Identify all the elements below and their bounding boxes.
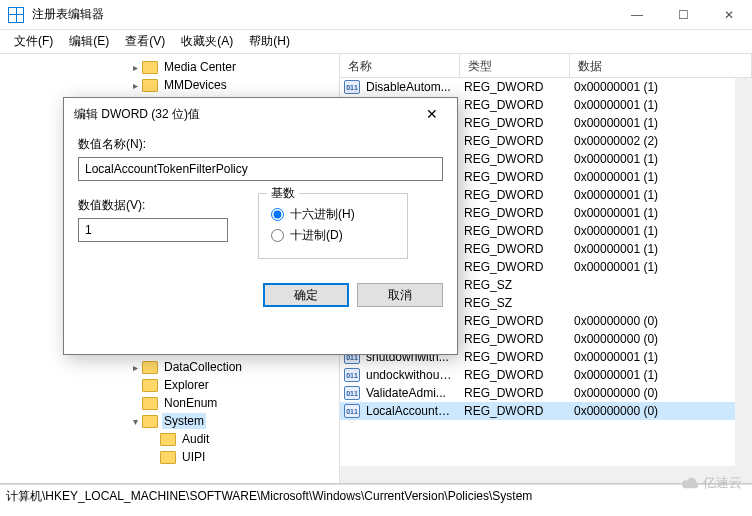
cell-type: REG_DWORD <box>458 224 568 238</box>
cell-type: REG_DWORD <box>458 260 568 274</box>
cell-data: 0x00000001 (1) <box>568 242 735 256</box>
col-header-name[interactable]: 名称 <box>340 54 460 77</box>
cell-type: REG_DWORD <box>458 116 568 130</box>
tree-label: Media Center <box>162 59 238 75</box>
cell-name: DisableAutom... <box>360 80 458 94</box>
cell-data: 0x00000001 (1) <box>568 368 735 382</box>
tree-node[interactable]: ▸DataCollection <box>0 358 339 376</box>
chevron-icon[interactable]: ▸ <box>128 62 142 73</box>
menu-file[interactable]: 文件(F) <box>6 30 61 53</box>
menu-favorites[interactable]: 收藏夹(A) <box>173 30 241 53</box>
tree-label: Audit <box>180 431 211 447</box>
minimize-button[interactable]: — <box>614 0 660 30</box>
folder-icon <box>142 361 158 374</box>
watermark: 亿速云 <box>679 474 742 492</box>
list-row[interactable]: 011LocalAccountT...REG_DWORD0x00000000 (… <box>340 402 735 420</box>
menu-view[interactable]: 查看(V) <box>117 30 173 53</box>
statusbar: 计算机\HKEY_LOCAL_MACHINE\SOFTWARE\Microsof… <box>0 484 752 506</box>
dialog-close-button[interactable]: ✕ <box>417 106 447 122</box>
tree-label: MMDevices <box>162 77 229 93</box>
radix-dec-option[interactable]: 十进制(D) <box>271 227 395 244</box>
folder-icon <box>142 415 158 428</box>
menubar: 文件(F) 编辑(E) 查看(V) 收藏夹(A) 帮助(H) <box>0 30 752 54</box>
chevron-icon[interactable]: ▸ <box>128 80 142 91</box>
tree-node[interactable]: ▸Media Center <box>0 58 339 76</box>
cell-data: 0x00000001 (1) <box>568 80 735 94</box>
window-titlebar: 注册表编辑器 — ☐ ✕ <box>0 0 752 30</box>
cell-data: 0x00000001 (1) <box>568 152 735 166</box>
value-data-input[interactable] <box>78 218 228 242</box>
vertical-scrollbar[interactable] <box>735 78 752 466</box>
cell-data: 0x00000001 (1) <box>568 260 735 274</box>
cell-type: REG_DWORD <box>458 332 568 346</box>
cell-name: undockwithout... <box>360 368 458 382</box>
cell-type: REG_DWORD <box>458 350 568 364</box>
radix-hex-option[interactable]: 十六进制(H) <box>271 206 395 223</box>
tree-node[interactable]: ▸MMDevices <box>0 76 339 94</box>
chevron-icon[interactable]: ▾ <box>128 416 142 427</box>
edit-dword-dialog: 编辑 DWORD (32 位)值 ✕ 数值名称(N): 数值数据(V): 基数 … <box>63 97 458 355</box>
ok-button[interactable]: 确定 <box>263 283 349 307</box>
cell-type: REG_DWORD <box>458 368 568 382</box>
cell-data: 0x00000002 (2) <box>568 134 735 148</box>
cell-type: REG_DWORD <box>458 386 568 400</box>
tree-label: System <box>162 413 206 429</box>
cell-data: 0x00000001 (1) <box>568 170 735 184</box>
tree-node[interactable]: Audit <box>0 430 339 448</box>
list-row[interactable]: 011DisableAutom...REG_DWORD0x00000001 (1… <box>340 78 735 96</box>
dword-value-icon: 011 <box>344 386 360 400</box>
cell-data: 0x00000001 (1) <box>568 206 735 220</box>
list-header: 名称 类型 数据 <box>340 54 752 78</box>
col-header-data[interactable]: 数据 <box>570 54 752 77</box>
maximize-button[interactable]: ☐ <box>660 0 706 30</box>
value-name-input[interactable] <box>78 157 443 181</box>
list-row[interactable]: 011ValidateAdmi...REG_DWORD0x00000000 (0… <box>340 384 735 402</box>
menu-edit[interactable]: 编辑(E) <box>61 30 117 53</box>
cell-type: REG_DWORD <box>458 314 568 328</box>
cell-data: 0x00000001 (1) <box>568 98 735 112</box>
value-name-label: 数值名称(N): <box>78 136 443 153</box>
radix-dec-radio[interactable] <box>271 229 284 242</box>
cell-type: REG_DWORD <box>458 404 568 418</box>
cell-name: LocalAccountT... <box>360 404 458 418</box>
window-controls: — ☐ ✕ <box>614 0 752 30</box>
cell-data: 0x00000001 (1) <box>568 116 735 130</box>
dialog-title: 编辑 DWORD (32 位)值 <box>74 106 417 123</box>
tree-node[interactable]: NonEnum <box>0 394 339 412</box>
close-button[interactable]: ✕ <box>706 0 752 30</box>
cancel-button[interactable]: 取消 <box>357 283 443 307</box>
cell-type: REG_SZ <box>458 296 568 310</box>
tree-label: Explorer <box>162 377 211 393</box>
cell-type: REG_DWORD <box>458 242 568 256</box>
cell-type: REG_SZ <box>458 278 568 292</box>
chevron-icon[interactable]: ▸ <box>128 362 142 373</box>
folder-icon <box>142 379 158 392</box>
tree-label: UIPI <box>180 449 207 465</box>
folder-icon <box>142 397 158 410</box>
cell-type: REG_DWORD <box>458 134 568 148</box>
tree-node[interactable]: ▾System <box>0 412 339 430</box>
window-title: 注册表编辑器 <box>32 6 614 23</box>
list-row[interactable]: 011undockwithout...REG_DWORD0x00000001 (… <box>340 366 735 384</box>
cell-type: REG_DWORD <box>458 188 568 202</box>
folder-icon <box>142 79 158 92</box>
value-data-label: 数值数据(V): <box>78 197 228 214</box>
dialog-titlebar: 编辑 DWORD (32 位)值 ✕ <box>64 98 457 130</box>
radix-hex-radio[interactable] <box>271 208 284 221</box>
base-group-label: 基数 <box>267 185 299 202</box>
cell-type: REG_DWORD <box>458 152 568 166</box>
tree-node[interactable]: UIPI <box>0 448 339 466</box>
cell-data: 0x00000001 (1) <box>568 224 735 238</box>
cell-data: 0x00000001 (1) <box>568 350 735 364</box>
app-icon <box>8 7 24 23</box>
tree-label: DataCollection <box>162 359 244 375</box>
tree-node[interactable]: Explorer <box>0 376 339 394</box>
cell-type: REG_DWORD <box>458 98 568 112</box>
menu-help[interactable]: 帮助(H) <box>241 30 298 53</box>
cloud-icon <box>679 476 701 490</box>
cell-data: 0x00000000 (0) <box>568 386 735 400</box>
dword-value-icon: 011 <box>344 404 360 418</box>
dword-value-icon: 011 <box>344 368 360 382</box>
cell-name: ValidateAdmi... <box>360 386 458 400</box>
col-header-type[interactable]: 类型 <box>460 54 570 77</box>
